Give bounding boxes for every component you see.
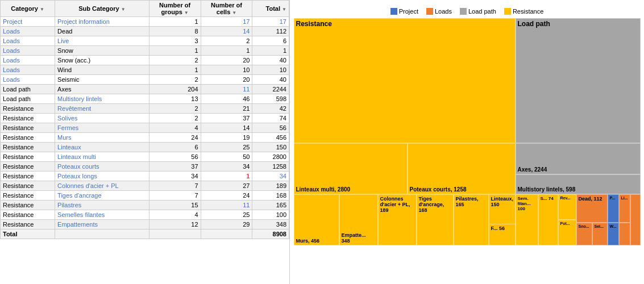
legend-project: Project <box>390 8 418 15</box>
table-cell-groups: 2 <box>149 75 201 85</box>
table-total-groups <box>149 229 201 239</box>
table-total-cells <box>201 229 252 239</box>
cells-filter-icon[interactable]: ▼ <box>232 10 236 15</box>
legend-loads-label: Loads <box>435 8 452 15</box>
table-cell-total: 165 <box>252 201 289 210</box>
table-cell-total: 42 <box>252 104 289 114</box>
table-cell-category: Resistance <box>1 172 55 181</box>
treemap-block: Linteaux multi, 2800 <box>294 143 408 194</box>
chart-section: Project Loads Load path Resistance Resis… <box>290 0 644 284</box>
table-cell-cells: 34 <box>201 162 252 172</box>
category-filter-icon[interactable]: ▼ <box>40 7 44 12</box>
table-cell-total: 10 <box>252 65 289 75</box>
table-cell-subcat: Poteaux longs <box>55 172 149 181</box>
col-total[interactable]: Total ▼ <box>252 1 289 17</box>
legend-loadpath-color <box>460 8 467 15</box>
table-cell-subcat: Pilastres <box>55 201 149 210</box>
table-cell-groups: 13 <box>149 94 201 104</box>
table-cell-category: Resistance <box>1 181 55 191</box>
table-cell-category: Resistance <box>1 210 55 220</box>
table-cell-subcat: Snow (acc.) <box>55 56 149 65</box>
table-cell-subcat: Snow <box>55 46 149 56</box>
table-cell-total: 598 <box>252 94 289 104</box>
table-cell-groups: 4 <box>149 210 201 220</box>
legend-loadpath: Load path <box>460 8 496 15</box>
table-cell-cells: 1 <box>201 46 252 56</box>
table-cell-category: Resistance <box>1 191 55 201</box>
treemap-block: F... 56 <box>489 224 516 245</box>
legend-loadpath-label: Load path <box>468 8 496 15</box>
legend-resistance: Resistance <box>504 8 543 15</box>
table-cell-groups: 56 <box>149 152 201 162</box>
total-filter-icon[interactable]: ▼ <box>282 7 286 12</box>
table-cell-total: 168 <box>252 191 289 201</box>
col-category[interactable]: Category ▼ <box>1 1 55 17</box>
table-cell-groups: 2 <box>149 104 201 114</box>
table-cell-cells: 14 <box>201 27 252 36</box>
table-cell-groups: 8 <box>149 27 201 36</box>
table-cell-total: 112 <box>252 27 289 36</box>
table-cell-category: Loads <box>1 56 55 65</box>
table-cell-subcat: Axes <box>55 85 149 94</box>
table-cell-groups: 1 <box>149 65 201 75</box>
table-cell-cells: 10 <box>201 65 252 75</box>
legend-resistance-label: Resistance <box>513 8 543 15</box>
treemap-block: Pot... <box>558 220 576 245</box>
table-cell-total: 100 <box>252 210 289 220</box>
table-total-label: Total <box>1 229 55 239</box>
table-cell-groups: 1 <box>149 46 201 56</box>
table-total-value: 8908 <box>252 229 289 239</box>
table-cell-cells: 11 <box>201 201 252 210</box>
table-cell-subcat: Fermes <box>55 123 149 133</box>
table-cell-subcat: Semelles filantes <box>55 210 149 220</box>
table-cell-total: 74 <box>252 114 289 123</box>
table-cell-cells: 25 <box>201 143 252 152</box>
col-cells[interactable]: Number ofcells ▼ <box>201 1 252 17</box>
table-cell-cells: 11 <box>201 85 252 94</box>
table-cell-cells: 37 <box>201 114 252 123</box>
table-cell-cells: 20 <box>201 75 252 85</box>
table-cell-total: 6 <box>252 36 289 46</box>
table-cell-groups: 2 <box>149 114 201 123</box>
table-cell-cells: 46 <box>201 94 252 104</box>
subcategory-filter-icon[interactable]: ▼ <box>121 7 126 12</box>
legend-project-color <box>390 8 397 15</box>
table-cell-cells: 1 <box>201 172 252 181</box>
table-cell-category: Load path <box>1 94 55 104</box>
groups-filter-icon[interactable]: ▼ <box>184 10 189 15</box>
treemap-block <box>619 223 630 245</box>
table-cell-total: 348 <box>252 220 289 229</box>
treemap-block: Empatte... 348 <box>339 194 378 245</box>
treemap-block: Rev... <box>558 194 576 220</box>
treemap-block: Axes, 2244 <box>516 143 641 174</box>
col-subcategory[interactable]: Sub Category ▼ <box>55 1 149 17</box>
table-cell-groups: 12 <box>149 220 201 229</box>
treemap-block: P... <box>608 194 619 223</box>
table-cell-subcat: Seismic <box>55 75 149 85</box>
table-cell-category: Loads <box>1 36 55 46</box>
table-cell-category: Resistance <box>1 220 55 229</box>
treemap-block: S... 74 <box>538 194 558 245</box>
table-cell-groups: 1 <box>149 17 201 27</box>
table-cell-category: Loads <box>1 27 55 36</box>
table-cell-cells: 17 <box>201 17 252 27</box>
table-cell-cells: 19 <box>201 133 252 143</box>
treemap-block: Multistory lintels, 598 <box>516 174 641 194</box>
table-cell-groups: 15 <box>149 201 201 210</box>
table-cell-groups: 2 <box>149 56 201 65</box>
table-cell-subcat: Murs <box>55 133 149 143</box>
table-cell-subcat: Multistory lintels <box>55 94 149 104</box>
table-cell-subcat: Colonnes d'acier + PL <box>55 181 149 191</box>
treemap-block: Load path <box>516 18 641 143</box>
table-cell-cells: 50 <box>201 152 252 162</box>
legend-loads-color <box>426 8 433 15</box>
table-total-subcat <box>55 229 149 239</box>
table-cell-cells: 27 <box>201 181 252 191</box>
chart-title <box>290 0 644 7</box>
table-cell-subcat: Project information <box>55 17 149 27</box>
table-cell-category: Resistance <box>1 143 55 152</box>
col-groups[interactable]: Number ofgroups ▼ <box>149 1 201 17</box>
treemap-block: Murs, 456 <box>294 194 339 245</box>
table-cell-groups: 37 <box>149 162 201 172</box>
treemap-block: Li... <box>619 194 630 223</box>
